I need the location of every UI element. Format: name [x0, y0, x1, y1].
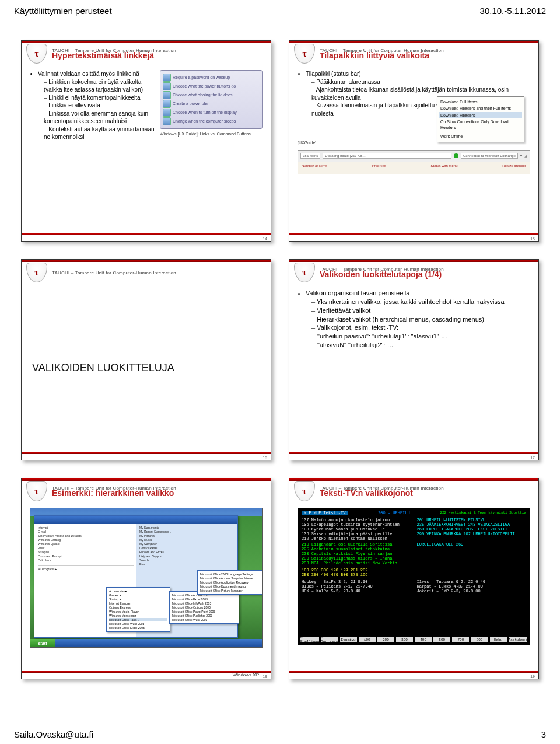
- taskbar[interactable]: [30, 639, 262, 647]
- teletext-nav-bar[interactable]: ← Edellinen → Seuraava Etusivu 100 200 3…: [300, 637, 527, 642]
- status-items: 786 Items: [300, 153, 320, 159]
- doc-footer-right: 3: [541, 729, 546, 739]
- menu-item[interactable]: Download Full Items: [439, 99, 522, 105]
- item: Yksinkertainen valikko, jossa kaikki vai…: [312, 298, 530, 306]
- slide-number: 14: [262, 237, 267, 241]
- page-index: 250 350 400 470 500 575 199: [302, 572, 526, 577]
- slide-title: Tilapalkkiin liittyviä valikoita: [320, 51, 444, 60]
- menu-item[interactable]: Download Headers and then Full Items: [439, 105, 522, 111]
- lead-bullet: Tilapalkki (status bar): [306, 70, 530, 78]
- power-icon: [163, 82, 171, 90]
- item: Linkkiä ei alleviivata: [44, 102, 155, 110]
- example-line: "alasivuN" "urheilulaji2": …: [317, 341, 530, 350]
- slide-number: 16: [262, 456, 267, 460]
- match-line: Hockey – SaiPa 3-2, 21-8.00: [302, 579, 411, 584]
- item: Hierarkkiset valikot (hierarchical menus…: [312, 315, 530, 324]
- item: Valikkojonot, esim. teksti-TV:: [312, 323, 530, 332]
- yle-logo: YLE YLE Teksti-TV: [302, 511, 348, 515]
- item: Vieritettävät valikot: [312, 306, 530, 315]
- slide-19: τ TAUCHI – Tampere Unit for Computer-Hum…: [289, 478, 539, 679]
- news-line: 136 Saksan ydinjätejuna pääsi perille: [302, 532, 411, 536]
- match-line: Kärpät – Lukko 4-3, 21-4.00: [417, 584, 527, 589]
- axis-label: Progress: [372, 163, 386, 168]
- flyout-office-tools[interactable]: Microsoft Office 2003 Language SettingsM…: [197, 570, 262, 595]
- nav-btn[interactable]: 300: [396, 637, 413, 642]
- index-line: 290 VEIKKAUSNURKKA 202 URHEILU/TOTOPELIT: [417, 532, 527, 536]
- windows-xp-screenshot: Internet E-mail Set Program Access and D…: [30, 508, 262, 648]
- statusbar-popup-menu[interactable]: Download Full Items Download Headers and…: [437, 96, 524, 142]
- index-line: 201 URHEILU-UUTISTEN ETUSIVU: [417, 518, 527, 522]
- slide-number: 19: [530, 675, 535, 679]
- example-line: "urheilun pääsivu": "urheilulaji1": "ala…: [317, 332, 530, 341]
- section-title: VALIKOIDEN LUOKITTELUJA: [22, 285, 271, 450]
- nav-btn[interactable]: 200: [377, 637, 394, 642]
- news-line: 230 Salibaodylliganass Oilers – Inaha: [302, 556, 411, 561]
- nav-btn[interactable]: 800: [471, 637, 488, 642]
- index-line: 235 JÄÄKIEKKOHIRVEET 243 VEIKKAUSLIIGA: [417, 522, 527, 527]
- nav-btn[interactable]: Asetukset: [509, 637, 527, 642]
- axis-label: Number of items: [302, 163, 327, 168]
- nav-btn[interactable]: ← Edellinen: [300, 637, 319, 642]
- status-connection[interactable]: Connected to Microsoft Exchange: [461, 153, 518, 159]
- news-line: 210 Liigahaara osa ulorella Spritessa: [302, 542, 411, 547]
- lead-bullet: Valinnat voidaan esittää myös linkkeinä: [38, 70, 155, 78]
- flyout-office[interactable]: Microsoft Office Access 2003Microsoft Of…: [169, 591, 239, 624]
- slide-number: 15: [530, 237, 535, 241]
- doc-header-left: Käyttöliittymien perusteet: [14, 6, 112, 16]
- item: Linkissä voi olla enemmän sanoja kuin ko…: [44, 110, 155, 125]
- figure-caption: Windows [UX Guide]: Links vs. Command Bu…: [160, 131, 262, 137]
- start-button[interactable]: start: [30, 639, 55, 647]
- menu-item-selected[interactable]: Download Headers: [439, 112, 522, 118]
- sleep-icon: [163, 117, 171, 125]
- nav-btn[interactable]: Etusivu: [340, 637, 357, 642]
- menu-item[interactable]: On Slow Connections Only Download Header…: [439, 118, 522, 131]
- tauchi-badge: τ: [294, 44, 315, 64]
- nav-btn[interactable]: → Seuraava: [321, 637, 338, 642]
- doc-footer-left: Saila.Ovaska@uta.fi: [14, 729, 93, 739]
- news-line: 230 Capitals katkaisi Flyersin sarjan: [302, 551, 411, 556]
- slide-14: τ TAUCHI – Tampere Unit for Computer-Hum…: [21, 40, 271, 242]
- flyout-programs[interactable]: Accessories ▸Games ▸Startup ▸ Internet E…: [106, 587, 170, 632]
- slide-number: 17: [530, 456, 535, 460]
- slide-15: τ TAUCHI – Tampere Unit for Computer-Hum…: [289, 40, 539, 242]
- item: Linkkien kokoelma ei näytä valikolta (va…: [44, 78, 155, 94]
- slide-17: τ TAUCHI – Tampere Unit for Computer-Hum…: [289, 259, 539, 460]
- news-line: 225 Anaheimin suomalaiset tehokkaina: [302, 547, 411, 551]
- nav-btn[interactable]: 700: [452, 637, 469, 642]
- axis-label: Resize grabber: [502, 163, 526, 168]
- statusbar-figure: 786 Items Updating Inbox (257 KB… Connec…: [298, 150, 530, 174]
- nav-btn[interactable]: 100: [359, 637, 376, 642]
- match-line: HPK – KalPa 5-2, 23-8.40: [302, 589, 411, 593]
- tauchi-badge: τ: [26, 44, 47, 64]
- example-links-panel: Require a password on wakeup Choose what…: [160, 70, 262, 129]
- news-line: 212 Jarkko Nieminen kohtaa Nalissen: [302, 536, 411, 541]
- tauchi-badge: τ: [26, 481, 47, 501]
- menu-item[interactable]: Work Offline: [439, 132, 522, 139]
- figure-caption: Windows XP: [233, 672, 259, 677]
- doc-header-right: 30.10.-5.11.2012: [480, 6, 546, 16]
- page-index: 100 200 300 198 199 201 202: [302, 568, 526, 572]
- tauchi-line: TAUCHI – Tampere Unit for Computer-Human…: [52, 270, 176, 275]
- item: Linkki ei näytä komentopainikkeelta: [44, 94, 155, 102]
- tauchi-badge: τ: [26, 263, 47, 282]
- news-line: 106 Lokapelagot-tutkinta syyteharkintaan: [302, 522, 411, 527]
- display-icon: [163, 109, 171, 117]
- plan-icon: [163, 100, 171, 108]
- chevron-down-icon[interactable]: ▾: [520, 153, 522, 158]
- teletext-screenshot: YLE YLE Teksti-TV 200 - URHEILU 222 Mest…: [298, 508, 530, 645]
- nav-btn[interactable]: 400: [415, 637, 432, 642]
- status-progress: Updating Inbox (257 KB…: [323, 153, 452, 159]
- tauchi-badge: τ: [294, 263, 315, 282]
- item: Konteksti auttaa käyttäjää ymmärtämään n…: [44, 125, 155, 141]
- nav-btn[interactable]: Haku: [490, 637, 507, 642]
- slide-number: 18: [262, 675, 267, 679]
- shield-icon: [163, 74, 171, 82]
- item: Pääikkunan alareunassa: [312, 78, 530, 86]
- news-line: 108 Kyberuhat vaara puolustukselle: [302, 527, 411, 532]
- axis-label: Status with menu: [431, 163, 458, 168]
- slide-title: Valikoiden luokittelutapoja (1/4): [320, 270, 444, 279]
- slide-16: τ TAUCHI – Tampere Unit for Computer-Hum…: [21, 259, 271, 460]
- teletext-page: 200 - URHEILU: [378, 511, 410, 515]
- resize-grabber-icon[interactable]: ◢: [524, 153, 527, 158]
- nav-btn[interactable]: 500: [433, 637, 450, 642]
